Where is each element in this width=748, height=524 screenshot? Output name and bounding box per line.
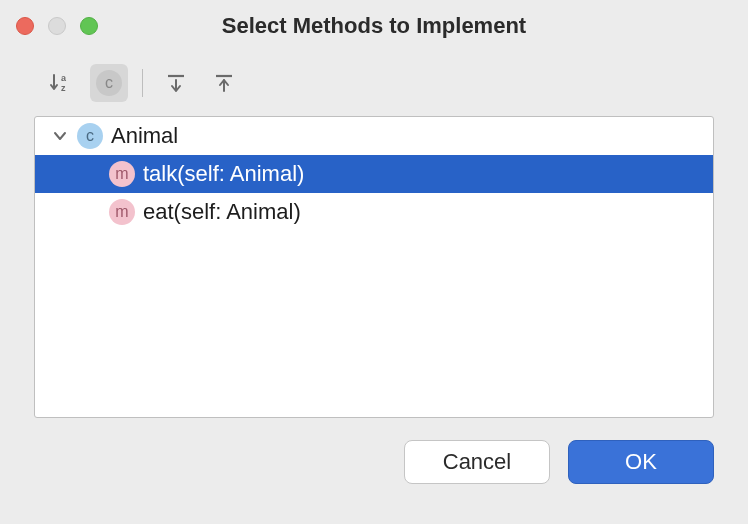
zoom-window-button[interactable]	[80, 17, 98, 35]
method-icon: m	[109, 161, 135, 187]
titlebar: Select Methods to Implement	[0, 0, 748, 52]
close-window-button[interactable]	[16, 17, 34, 35]
tree-method-eat[interactable]: m eat(self: Animal)	[35, 193, 713, 231]
cancel-button[interactable]: Cancel	[404, 440, 550, 484]
tree-method-talk[interactable]: m talk(self: Animal)	[35, 155, 713, 193]
class-filter-button[interactable]: c	[90, 64, 128, 102]
tree-root-label: Animal	[111, 123, 178, 149]
chevron-down-icon[interactable]	[51, 127, 69, 145]
dialog-title: Select Methods to Implement	[0, 13, 748, 39]
class-icon: c	[77, 123, 103, 149]
collapse-all-icon	[213, 72, 235, 94]
ok-button[interactable]: OK	[568, 440, 714, 484]
svg-text:z: z	[61, 83, 66, 93]
tree-root-animal[interactable]: c Animal	[35, 117, 713, 155]
sort-alpha-button[interactable]: a z	[42, 64, 80, 102]
tree-method-label: talk(self: Animal)	[143, 161, 304, 187]
toolbar-separator	[142, 69, 143, 97]
methods-tree[interactable]: c Animal m talk(self: Animal) m eat(self…	[34, 116, 714, 418]
tree-method-label: eat(self: Animal)	[143, 199, 301, 225]
collapse-all-button[interactable]	[205, 64, 243, 102]
method-icon-label: m	[115, 203, 128, 221]
ok-button-label: OK	[625, 449, 657, 475]
class-icon-label: c	[86, 127, 94, 145]
class-filter-icon-label: c	[105, 74, 113, 92]
dialog-footer: Cancel OK	[0, 418, 748, 506]
expand-all-button[interactable]	[157, 64, 195, 102]
class-filter-icon: c	[96, 70, 122, 96]
toolbar: a z c	[0, 52, 748, 112]
svg-text:a: a	[61, 73, 67, 83]
cancel-button-label: Cancel	[443, 449, 511, 475]
method-icon-label: m	[115, 165, 128, 183]
expand-all-icon	[165, 72, 187, 94]
window-controls	[16, 17, 98, 35]
sort-alpha-icon: a z	[49, 71, 73, 95]
method-icon: m	[109, 199, 135, 225]
minimize-window-button	[48, 17, 66, 35]
